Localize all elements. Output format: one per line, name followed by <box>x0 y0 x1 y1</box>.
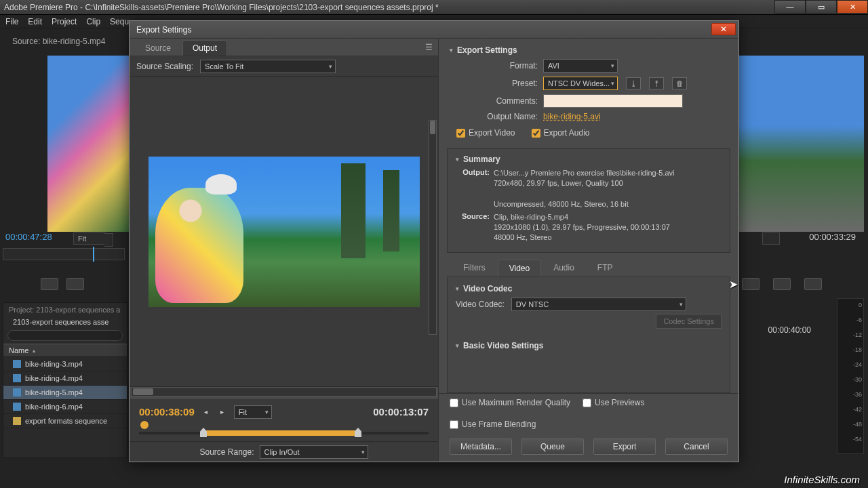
app-title: Adobe Premiere Pro - C:\InfiniteSkills-a… <box>4 3 864 12</box>
project-item[interactable]: bike-riding-3.mp4 <box>3 357 127 371</box>
menu-clip[interactable]: Clip <box>86 17 100 26</box>
export-button[interactable]: Export <box>593 439 656 455</box>
source-transport <box>41 278 84 290</box>
source-time-ruler[interactable] <box>3 248 125 260</box>
source-scaling-label: Source Scaling: <box>136 62 193 71</box>
use-previews-checkbox[interactable]: Use Previews <box>583 398 644 407</box>
tab-source[interactable]: Source <box>135 40 181 56</box>
audio-meter: 0 -6 -12 -18 -24 -30 -36 -42 -48 -54 <box>837 298 864 454</box>
source-playhead[interactable] <box>93 247 94 262</box>
frame-blending-checkbox[interactable]: Use Frame Blending <box>450 420 728 429</box>
watermark: InfiniteSkills.com <box>784 474 860 485</box>
settings-tabs: Filters Video Audio FTP <box>447 260 730 277</box>
maximize-button[interactable]: ▭ <box>806 0 837 14</box>
lift-button[interactable] <box>742 278 760 290</box>
summary-header[interactable]: Summary <box>456 155 722 164</box>
export-audio-checkbox[interactable]: Export Audio <box>532 128 590 138</box>
settings-pane: Export Settings Format: AVI Preset: NTSC… <box>439 39 738 462</box>
format-dropdown[interactable]: AVI <box>543 59 618 73</box>
summary-output-text: C:\User...y Premiere Pro exercise files\… <box>494 168 722 210</box>
window-controls: — ▭ ✕ <box>774 0 868 14</box>
preview-scrollbar-horizontal[interactable] <box>131 387 437 396</box>
video-codec-header[interactable]: Video Codec <box>456 284 722 293</box>
tree-graphic <box>341 163 366 258</box>
dialog-titlebar[interactable]: Export Settings ✕ <box>130 21 738 39</box>
meter-tick: -6 <box>856 317 862 323</box>
source-range-dropdown[interactable]: Clip In/Out <box>260 445 368 459</box>
source-scaling-dropdown[interactable]: Scale To Fit <box>200 60 336 73</box>
cancel-button[interactable]: Cancel <box>665 439 728 455</box>
out-handle[interactable] <box>355 428 361 437</box>
project-search-input[interactable] <box>7 330 123 341</box>
comments-input[interactable] <box>543 94 683 108</box>
tab-output[interactable]: Output <box>182 40 227 56</box>
tab-ftp[interactable]: FTP <box>587 260 624 277</box>
program-timecode: 00:00:33:29 <box>809 232 856 242</box>
tab-video[interactable]: Video <box>498 260 541 277</box>
extract-button[interactable] <box>773 278 791 290</box>
minimize-button[interactable]: — <box>774 0 806 14</box>
video-codec-label: Video Codec: <box>456 300 505 309</box>
menu-project[interactable]: Project <box>52 17 77 26</box>
step-back-button[interactable]: ◂ <box>201 407 211 417</box>
settings-body: Video Codec Video Codec: DV NTSC Codec S… <box>447 277 730 393</box>
meter-tick: -42 <box>853 406 862 413</box>
tab-audio[interactable]: Audio <box>542 260 585 277</box>
range-slider[interactable] <box>130 425 438 441</box>
program-monitor-video <box>739 56 864 232</box>
comments-label: Comments: <box>450 96 538 106</box>
project-panel: Project: 2103-export sequences a 2103-ex… <box>3 302 127 458</box>
video-codec-dropdown[interactable]: DV NTSC <box>511 298 686 311</box>
dialog-title: Export Settings <box>136 25 191 35</box>
dialog-close-button[interactable]: ✕ <box>711 23 736 35</box>
timeline-timecode: 00:00:40:00 <box>768 325 811 335</box>
summary-section: Summary Output:C:\User...y Premiere Pro … <box>447 148 730 253</box>
output-name-link[interactable]: bike-riding-5.avi <box>543 112 601 121</box>
in-point-button[interactable] <box>66 278 84 290</box>
meter-tick: -24 <box>853 361 862 368</box>
preview-in-timecode[interactable]: 00:00:38:09 <box>139 406 195 418</box>
source-zoom-fit[interactable]: Fit <box>73 232 106 245</box>
queue-button[interactable]: Queue <box>521 439 584 455</box>
in-handle[interactable] <box>200 428 207 437</box>
project-column-name[interactable]: Name <box>3 344 127 357</box>
menu-file[interactable]: File <box>5 17 18 26</box>
summary-output-label: Output: <box>456 168 490 210</box>
close-button[interactable]: ✕ <box>837 0 868 14</box>
save-preset-icon[interactable]: ⭳ <box>626 77 641 89</box>
tab-filters[interactable]: Filters <box>452 260 496 277</box>
export-video-checkbox[interactable]: Export Video <box>456 128 515 138</box>
marker-button[interactable] <box>41 278 58 290</box>
preview-scrollbar-vertical[interactable] <box>429 120 437 335</box>
project-panel-title: Project: 2103-export sequences a <box>3 303 127 317</box>
panel-menu-icon[interactable]: ☰ <box>425 43 433 52</box>
project-item[interactable]: bike-riding-4.mp4 <box>3 371 127 386</box>
preset-dropdown[interactable]: NTSC DV Wides... <box>543 77 618 90</box>
meter-tick: -54 <box>853 436 862 443</box>
step-forward-button[interactable]: ▸ <box>218 407 227 417</box>
source-range-row: Source Range: Clip In/Out <box>130 441 438 462</box>
project-item[interactable]: bike-riding-5.mp4 <box>3 386 127 400</box>
preview-transport: 00:00:38:09 ◂ ▸ Fit 00:00:13:07 <box>130 398 438 425</box>
dialog-buttons: Metadata... Queue Export Cancel <box>439 433 738 462</box>
export-settings-header[interactable]: Export Settings <box>450 45 728 55</box>
project-item-sequence[interactable]: export formats sequence <box>3 414 127 428</box>
basic-video-settings-header[interactable]: Basic Video Settings <box>456 341 722 350</box>
source-panel-tab[interactable]: Source: bike-riding-5.mp4 <box>12 37 105 46</box>
preview-zoom-dropdown[interactable]: Fit <box>234 405 272 419</box>
snapshot-button[interactable] <box>804 278 822 290</box>
meter-tick: -36 <box>853 391 862 398</box>
metadata-button[interactable]: Metadata... <box>450 439 512 455</box>
codec-settings-button[interactable]: Codec Settings <box>656 314 722 329</box>
program-zoom-fit[interactable] <box>762 232 780 245</box>
preview-video-frame <box>149 157 420 307</box>
playhead-marker[interactable] <box>140 421 149 429</box>
format-label: Format: <box>450 61 538 70</box>
source-range-label: Source Range: <box>199 447 254 457</box>
delete-preset-icon[interactable]: 🗑 <box>672 77 687 89</box>
max-render-quality-checkbox[interactable]: Use Maximum Render Quality <box>450 398 570 407</box>
menu-sequence[interactable]: Sequ <box>110 17 129 26</box>
project-item[interactable]: bike-riding-6.mp4 <box>3 400 127 414</box>
menu-edit[interactable]: Edit <box>28 17 42 26</box>
import-preset-icon[interactable]: ⭱ <box>649 77 664 89</box>
